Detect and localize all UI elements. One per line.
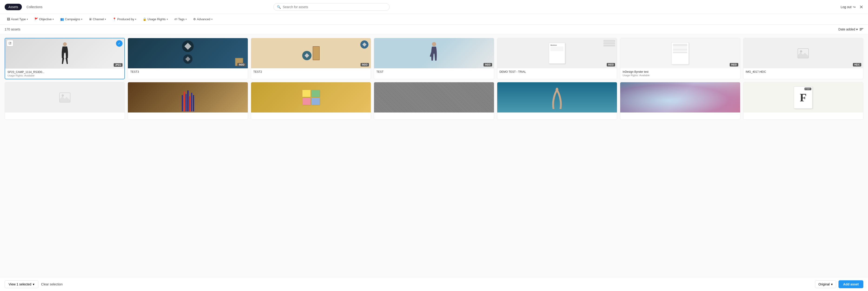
svg-point-0 [63, 42, 67, 46]
svg-point-6 [556, 88, 558, 92]
asset-info-b5 [497, 112, 617, 120]
filter-campaigns[interactable]: 👥 Campaigns ▾ [58, 16, 85, 22]
close-button[interactable]: ✕ [859, 4, 863, 10]
campaigns-icon: 👥 [60, 18, 64, 21]
asset-badge-7: HEIC [853, 63, 861, 66]
filter-produced-by[interactable]: 📍 Produced by ▾ [110, 16, 138, 22]
sort-line-3 [860, 30, 862, 30]
clear-selection-button[interactable]: Clear selection [41, 282, 63, 286]
asset-card-b4[interactable] [374, 82, 494, 120]
campaigns-chevron: ▾ [81, 18, 82, 21]
asset-info-b3 [251, 112, 371, 120]
add-asset-button[interactable]: Add asset [838, 280, 863, 288]
filter-objective[interactable]: 🚩 Objective ▾ [32, 16, 56, 22]
svg-point-5 [62, 94, 64, 97]
asset-thumb-4: INDD [374, 38, 494, 68]
sort-line-1 [860, 28, 863, 29]
asset-info-b2 [128, 112, 248, 120]
asset-name-b4 [376, 115, 491, 118]
original-button[interactable]: Original ▾ [815, 280, 836, 288]
hands-svg [549, 86, 565, 109]
asset-name-6: InDesign Bynder test [622, 70, 738, 73]
produced-by-icon: 📍 [113, 18, 116, 21]
filter-asset-type[interactable]: 🖼 Asset Type ▾ [5, 16, 30, 22]
asset-type-chevron: ▾ [27, 18, 28, 21]
asset-card-4[interactable]: INDD TEST [374, 38, 494, 79]
original-chevron: ▾ [831, 282, 833, 286]
fashion-figure-svg [59, 42, 71, 65]
search-icon: 🔍 [277, 5, 281, 9]
campaigns-label: Campaigns [65, 18, 80, 21]
sort-lines-icon[interactable] [860, 28, 863, 30]
asset-info-2: TEST3 [128, 68, 248, 75]
asset-card-3[interactable]: INDD TEST2 [251, 38, 371, 79]
asset-thumb-3: INDD [251, 38, 371, 68]
filter-advanced[interactable]: ⚙ Advanced ▾ [191, 16, 215, 22]
asset-name-b2 [130, 115, 245, 118]
tab-assets[interactable]: Assets [5, 4, 22, 10]
app-container: Assets Collections 🔍 Log out ↪ ✕ 🖼 Asset… [0, 0, 868, 291]
asset-thumb-b2 [128, 82, 248, 112]
usage-rights-value-1: Available [24, 74, 34, 77]
search-input[interactable] [283, 5, 386, 9]
header-actions: Log out ↪ ✕ [841, 4, 863, 10]
asset-card-2[interactable]: INDD TEST3 [128, 38, 248, 79]
view-selected-chevron: ▾ [33, 282, 34, 286]
view-selected-button[interactable]: View 1 selected ▾ [5, 280, 38, 288]
asset-card-b6[interactable] [620, 82, 740, 120]
asset-info-b6 [620, 112, 740, 120]
asset-info-b1 [5, 112, 125, 120]
person-svg [427, 42, 441, 65]
asset-name-5: DEMO TEST - TRIAL [500, 70, 615, 73]
logout-label: Log out [841, 5, 851, 9]
asset-card-b2[interactable] [128, 82, 248, 120]
usage-rights-value-6: Available [639, 74, 650, 77]
asset-thumb-6: INDD [620, 38, 740, 68]
sort-button[interactable]: Date added ▾ [838, 27, 858, 31]
asset-bar: 170 assets Date added ▾ [0, 25, 868, 34]
usage-rights-label: Usage Rights [147, 18, 165, 21]
asset-type-icon: 🖼 [7, 18, 10, 21]
asset-card-b7[interactable]: F FONT [743, 82, 863, 120]
asset-info-5: DEMO TEST - TRIAL [497, 68, 617, 75]
asset-card-5[interactable]: Brochure INDD DEMO TEST - [497, 38, 617, 79]
tags-icon: 🏷 [174, 18, 177, 21]
open-icon-1[interactable] [7, 40, 13, 46]
asset-info-1: SP23_CAMP_1114_RS3D0... Usage Rights: Av… [5, 69, 124, 79]
asset-card-7[interactable]: HEIC IMG_4017.HEIC [743, 38, 863, 79]
usage-rights-label-6: Usage Rights: [622, 74, 639, 77]
asset-name-2: TEST3 [130, 70, 245, 73]
right-actions: Original ▾ Add asset [815, 280, 863, 288]
usage-rights-icon: 🔒 [143, 18, 147, 21]
asset-thumb-b4 [374, 82, 494, 112]
advanced-label: Advanced [197, 18, 210, 21]
filters-bar: 🖼 Asset Type ▾ 🚩 Objective ▾ 👥 Campaigns… [0, 14, 868, 25]
asset-info-b7 [743, 112, 863, 120]
asset-thumb-2: INDD [128, 38, 248, 68]
svg-point-3 [800, 50, 802, 53]
advanced-icon: ⚙ [193, 18, 196, 21]
tab-collections[interactable]: Collections [23, 4, 46, 10]
svg-point-1 [432, 42, 436, 46]
asset-card-b3[interactable] [251, 82, 371, 120]
asset-badge-4: INDD [484, 63, 492, 66]
asset-thumb-b7: F FONT [743, 82, 863, 112]
channel-label: Channel [93, 18, 104, 21]
asset-thumb-b1 [5, 82, 125, 112]
filter-tags[interactable]: 🏷 Tags ▾ [172, 16, 189, 22]
asset-name-b6 [622, 115, 738, 118]
filter-channel[interactable]: 🖥 Channel ▾ [87, 16, 108, 22]
asset-thumb-b3 [251, 82, 371, 112]
asset-card-1[interactable]: JPEG ✓ SP23_CAMP_1114_RS3D0... Usage Rig… [5, 38, 125, 79]
asset-card-6[interactable]: INDD InDesign Bynder test Usage Rights: … [620, 38, 740, 79]
sort-label: Date added [838, 27, 855, 31]
filter-usage-rights[interactable]: 🔒 Usage Rights ▾ [141, 16, 170, 22]
sort-chevron: ▾ [856, 27, 858, 31]
advanced-chevron: ▾ [211, 18, 213, 21]
asset-name-1: SP23_CAMP_1114_RS3D0... [7, 70, 122, 74]
logout-button[interactable]: Log out ↪ [841, 5, 856, 9]
asset-thumb-b5 [497, 82, 617, 112]
asset-card-b1[interactable] [5, 82, 125, 120]
asset-card-b5[interactable] [497, 82, 617, 120]
original-label: Original [818, 282, 830, 286]
